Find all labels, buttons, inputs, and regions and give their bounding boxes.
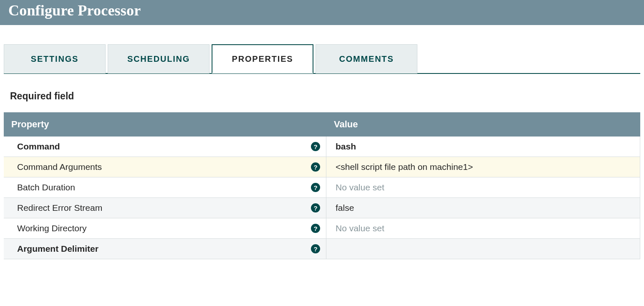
property-value-cell[interactable]: No value set [326,177,640,197]
table-header: Property Value [4,112,640,137]
required-field-label: Required field [10,91,640,102]
help-icon[interactable]: ? [311,142,320,151]
table-row[interactable]: Working Directory ? No value set [4,218,640,239]
property-name: Redirect Error Stream [17,203,102,213]
property-value-cell[interactable]: false [326,198,640,218]
property-name-cell: Working Directory ? [4,218,326,238]
help-icon[interactable]: ? [311,244,320,253]
tab-properties[interactable]: PROPERTIES [212,44,313,73]
tab-comments[interactable]: COMMENTS [316,44,417,73]
table-row[interactable]: Redirect Error Stream ? false [4,198,640,218]
tab-scheduling[interactable]: SCHEDULING [108,44,210,73]
property-value-cell[interactable]: No value set [326,218,640,238]
properties-table: Property Value Command ? bash Command Ar… [4,112,640,259]
table-row[interactable]: Argument Delimiter ? [4,239,640,259]
property-name-cell: Batch Duration ? [4,177,326,197]
tab-container: SETTINGS SCHEDULING PROPERTIES COMMENTS [0,25,644,74]
properties-panel: Required field Property Value Command ? … [0,74,644,259]
property-name: Command Arguments [17,162,102,172]
tab-settings[interactable]: SETTINGS [4,44,106,73]
property-name: Working Directory [17,223,86,233]
table-row[interactable]: Command ? bash [4,137,640,157]
tab-list: SETTINGS SCHEDULING PROPERTIES COMMENTS [4,44,640,74]
dialog-header: Configure Processor [0,0,644,25]
property-name: Argument Delimiter [17,244,98,254]
column-header-value: Value [326,112,640,137]
property-name: Batch Duration [17,182,75,192]
property-value-cell[interactable]: <shell script file path on machine1> [326,157,640,177]
property-name-cell: Argument Delimiter ? [4,239,326,259]
property-name-cell: Command Arguments ? [4,157,326,177]
help-icon[interactable]: ? [311,224,320,233]
help-icon[interactable]: ? [311,203,320,212]
help-icon[interactable]: ? [311,183,320,192]
help-icon[interactable]: ? [311,162,320,172]
dialog-title: Configure Processor [8,2,636,19]
property-value-cell[interactable] [326,239,640,259]
column-header-property: Property [4,112,326,137]
property-name-cell: Command ? [4,137,326,157]
property-name-cell: Redirect Error Stream ? [4,198,326,218]
property-name: Command [17,142,60,152]
table-row[interactable]: Batch Duration ? No value set [4,177,640,198]
table-row[interactable]: Command Arguments ? <shell script file p… [4,157,640,177]
property-value-cell[interactable]: bash [326,137,640,157]
